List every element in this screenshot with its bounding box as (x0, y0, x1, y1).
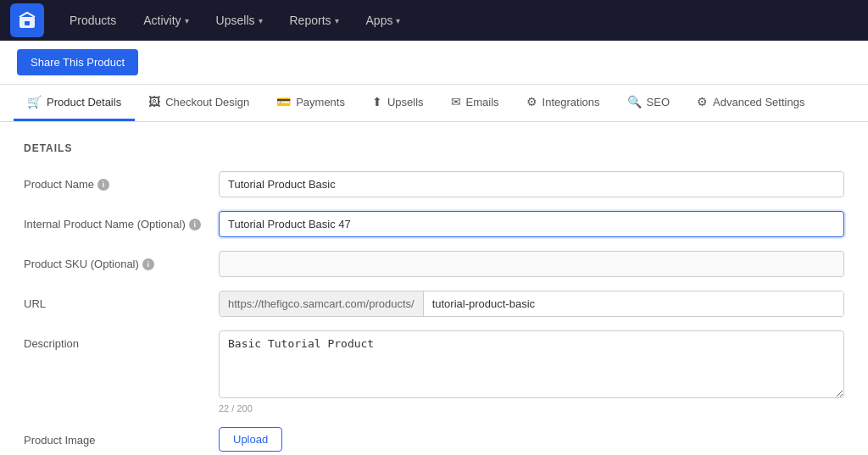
internal-name-input[interactable] (219, 211, 844, 237)
nav-upsells[interactable]: Upsells ▾ (204, 8, 275, 32)
product-name-label: Product Name i (24, 171, 219, 191)
nav-reports[interactable]: Reports ▾ (278, 8, 351, 32)
email-icon: ✉ (451, 95, 461, 108)
sku-field (219, 251, 844, 277)
upsells-icon: ⬆ (372, 95, 382, 108)
share-product-button[interactable]: Share This Product (17, 49, 138, 75)
product-image-label: Product Image (24, 427, 219, 447)
chevron-down-icon: ▾ (185, 16, 189, 25)
chevron-down-icon: ▾ (259, 16, 263, 25)
svg-rect-1 (25, 21, 30, 25)
tabs-bar: 🛒 Product Details 🖼 Checkout Design 💳 Pa… (0, 85, 868, 122)
url-prefix: https://thefigco.samcart.com/products/ (220, 291, 424, 316)
nav-activity[interactable]: Activity ▾ (131, 8, 200, 32)
tab-checkout-design[interactable]: 🖼 Checkout Design (135, 85, 263, 121)
upload-button[interactable]: Upload (219, 427, 282, 452)
section-title: DETAILS (24, 142, 844, 154)
product-image-field: Upload Image should be smaller than 2MB,… (219, 427, 844, 455)
tab-integrations[interactable]: ⚙ Integrations (513, 85, 614, 121)
product-name-field (219, 171, 844, 197)
char-count: 22 / 200 (219, 403, 844, 413)
internal-name-label: Internal Product Name (Optional) i (24, 211, 219, 230)
internal-name-field (219, 211, 844, 237)
share-bar: Share This Product (0, 41, 868, 85)
tab-seo[interactable]: 🔍 SEO (614, 85, 683, 121)
description-row: Description Basic Tutorial Product 22 / … (24, 330, 844, 413)
chevron-down-icon: ▾ (335, 16, 339, 25)
image-icon: 🖼 (148, 95, 160, 108)
tab-product-details[interactable]: 🛒 Product Details (14, 85, 135, 121)
description-field: Basic Tutorial Product 22 / 200 (219, 330, 844, 413)
product-image-row: Product Image Upload Image should be sma… (24, 427, 844, 455)
sku-row: Product SKU (Optional) i (24, 251, 844, 277)
sku-input[interactable] (219, 251, 844, 277)
internal-name-row: Internal Product Name (Optional) i (24, 211, 844, 237)
integrations-icon: ⚙ (526, 95, 537, 108)
url-suffix-input[interactable] (424, 291, 843, 316)
logo[interactable] (10, 3, 44, 37)
search-icon: 🔍 (627, 95, 642, 108)
card-icon: 💳 (276, 95, 291, 108)
chevron-down-icon: ▾ (396, 16, 400, 25)
settings-icon: ⚙ (697, 95, 708, 108)
description-label: Description (24, 330, 219, 350)
tab-advanced-settings[interactable]: ⚙ Advanced Settings (683, 85, 818, 121)
top-nav: Products Activity ▾ Upsells ▾ Reports ▾ … (0, 0, 868, 41)
cart-icon: 🛒 (27, 95, 42, 108)
main-content: DETAILS Product Name i Internal Product … (0, 122, 868, 455)
product-name-row: Product Name i (24, 171, 844, 197)
nav-products[interactable]: Products (58, 8, 128, 32)
info-icon[interactable]: i (97, 179, 109, 191)
url-row: URL https://thefigco.samcart.com/product… (24, 291, 844, 317)
tab-payments[interactable]: 💳 Payments (263, 85, 359, 121)
url-field: https://thefigco.samcart.com/products/ (219, 291, 844, 317)
info-icon[interactable]: i (142, 258, 154, 270)
sku-label: Product SKU (Optional) i (24, 251, 219, 270)
product-name-input[interactable] (219, 171, 844, 197)
info-icon[interactable]: i (189, 219, 201, 230)
tab-upsells[interactable]: ⬆ Upsells (359, 85, 437, 121)
nav-apps[interactable]: Apps ▾ (354, 8, 413, 32)
description-textarea[interactable]: Basic Tutorial Product (219, 330, 844, 398)
nav-links: Products Activity ▾ Upsells ▾ Reports ▾ … (58, 8, 412, 32)
tab-emails[interactable]: ✉ Emails (437, 85, 513, 121)
url-label: URL (24, 291, 219, 310)
